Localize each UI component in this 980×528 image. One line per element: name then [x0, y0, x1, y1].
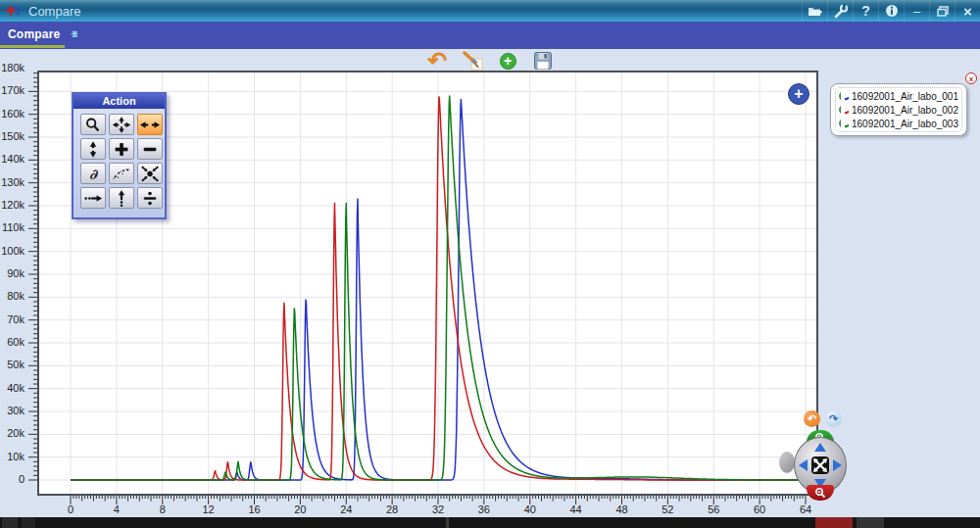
x-tick-label: 64: [793, 504, 818, 515]
check-icon: [839, 90, 841, 102]
y-tick-label: 150k: [0, 130, 24, 142]
y-tick-label: 40k: [0, 382, 24, 394]
add-icon: +: [500, 53, 516, 70]
check-icon: [839, 104, 841, 116]
restore-button[interactable]: [929, 0, 955, 22]
derivative-icon: ∂: [83, 166, 103, 182]
plot-add-button[interactable]: +: [788, 83, 809, 105]
y-tick-label: 30k: [0, 405, 24, 416]
navigator-handle[interactable]: [779, 452, 795, 473]
paintbrush-icon: [463, 51, 483, 71]
y-tick-label: 100k: [0, 245, 24, 257]
minimize-button[interactable]: –: [904, 0, 929, 22]
shift-x-button[interactable]: [80, 187, 106, 209]
close-icon: ×: [963, 3, 972, 20]
smooth-curve-icon: [112, 166, 131, 182]
vertical-arrows-icon: [83, 141, 103, 158]
close-button[interactable]: ×: [955, 0, 980, 22]
legend-item[interactable]: 16092001_Air_labo_001: [839, 89, 958, 103]
taskbar-item: [2, 517, 18, 528]
x-tick-label: 20: [287, 504, 313, 515]
divide-icon: [140, 190, 160, 207]
taskbar-item: [22, 517, 35, 528]
series-line-icon: [844, 105, 849, 115]
action-palette-title: Action: [74, 94, 165, 109]
y-tick-label: 50k: [0, 359, 24, 370]
series-line-icon: [844, 119, 849, 128]
move-all-icon: [112, 117, 131, 133]
y-tick-label: 10k: [0, 451, 24, 462]
x-tick-label: 4: [104, 504, 129, 515]
y-tick-label: 70k: [0, 313, 24, 325]
info-button[interactable]: [878, 0, 904, 22]
legend-item[interactable]: 16092001_Air_labo_003: [839, 117, 958, 130]
contract-button[interactable]: [137, 163, 163, 184]
legend-item-label: 16092001_Air_labo_001: [852, 91, 958, 102]
add-button[interactable]: +: [497, 50, 518, 72]
undo-button[interactable]: ↶: [426, 50, 448, 72]
action-palette: Action: [72, 92, 167, 219]
tabbar: Compare x +: [0, 22, 980, 49]
x-tick-label: 36: [471, 504, 497, 515]
series-line-icon: [844, 91, 849, 101]
minus-icon: [140, 141, 160, 158]
x-tick-label: 48: [610, 504, 635, 515]
arrows-inward-icon: [140, 166, 160, 182]
y-tick-label: 130k: [0, 176, 24, 188]
plus-icon: [112, 141, 131, 158]
subtract-curves-button[interactable]: [137, 138, 163, 160]
folder-icon: [808, 6, 822, 17]
shift-y-button[interactable]: [109, 187, 134, 209]
move-all-button[interactable]: [109, 114, 134, 135]
y-tick-label: 20k: [0, 427, 24, 439]
help-button[interactable]: ?: [853, 0, 878, 22]
x-tick-label: 24: [333, 504, 359, 515]
taskbar: [0, 517, 980, 528]
taskbar-item: [446, 517, 449, 528]
undo-icon: ↶: [427, 51, 447, 71]
y-tick-label: 160k: [0, 108, 24, 120]
scale-y-button[interactable]: [80, 138, 106, 160]
shift-y-icon: [112, 190, 131, 207]
restore-icon: [937, 6, 949, 17]
y-tick-label: 180k: [0, 62, 24, 73]
derivative-button[interactable]: ∂: [80, 163, 106, 184]
main-toolbar: ↶ +: [0, 50, 980, 72]
tools-button[interactable]: [827, 0, 853, 22]
scale-x-button[interactable]: [137, 114, 163, 135]
y-tick-label: 140k: [0, 153, 24, 165]
x-tick-label: 28: [379, 504, 405, 515]
save-button[interactable]: [532, 50, 554, 72]
active-tab-underline: [0, 45, 65, 48]
y-tick-label: 80k: [0, 290, 24, 302]
x-tick-label: 56: [701, 504, 726, 515]
add-curves-button[interactable]: [109, 138, 134, 160]
x-tick-label: 52: [655, 504, 680, 515]
open-file-button[interactable]: [802, 0, 827, 22]
horizontal-arrows-icon: [140, 117, 160, 133]
legend-item[interactable]: 16092001_Air_labo_002: [839, 103, 958, 117]
x-tick-label: 40: [517, 504, 543, 515]
x-tick-label: 16: [242, 504, 268, 515]
x-tick-label: 0: [58, 504, 83, 515]
y-tick-label: 120k: [0, 199, 24, 211]
navigator-redo-button[interactable]: ↷: [825, 410, 842, 427]
window-title: Compare: [28, 4, 80, 19]
x-tick-label: 32: [425, 504, 451, 515]
zoom-button[interactable]: [80, 114, 106, 135]
new-tab-button[interactable]: +: [71, 26, 78, 41]
navigator-undo-button[interactable]: ↶: [804, 410, 820, 427]
paint-button[interactable]: [462, 50, 483, 72]
smooth-button[interactable]: [109, 163, 134, 184]
x-tick-label: 12: [196, 504, 221, 515]
plot-navigator: ↶ ↷: [752, 410, 822, 501]
legend-panel: 16092001_Air_labo_00116092001_Air_labo_0…: [830, 83, 967, 136]
y-tick-label: 170k: [0, 84, 24, 96]
divide-button[interactable]: [137, 187, 163, 209]
magnifier-icon: [83, 117, 103, 133]
legend-close-button[interactable]: x: [965, 72, 977, 84]
svg-text:∂: ∂: [89, 166, 99, 182]
y-axis-ruler: [25, 71, 37, 496]
taskbar-item: [815, 517, 853, 528]
minimize-icon: –: [913, 4, 920, 19]
